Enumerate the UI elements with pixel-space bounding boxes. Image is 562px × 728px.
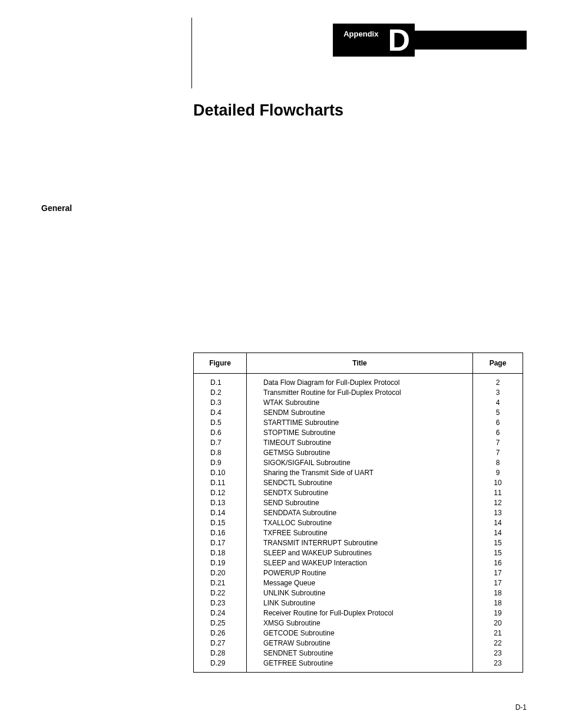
cell-page: 22 xyxy=(473,638,523,648)
cell-figure: D.6 xyxy=(194,428,247,438)
cell-figure: D.1 xyxy=(194,374,247,388)
cell-figure: D.29 xyxy=(194,658,247,673)
cell-title: Message Queue xyxy=(247,578,473,588)
cell-figure: D.18 xyxy=(194,548,247,558)
page-title: Detailed Flowcharts xyxy=(193,101,343,120)
cell-title: GETCODE Subroutine xyxy=(247,628,473,638)
cell-page: 23 xyxy=(473,648,523,658)
cell-figure: D.19 xyxy=(194,558,247,568)
table-row: D.22UNLINK Subroutine18 xyxy=(194,588,523,598)
cell-title: SENDTX Subroutine xyxy=(247,488,473,498)
table-row: D.8GETMSG Subroutine7 xyxy=(194,448,523,458)
table-row: D.12SENDTX Subroutine11 xyxy=(194,488,523,498)
cell-title: SEND Subroutine xyxy=(247,498,473,508)
cell-figure: D.9 xyxy=(194,458,247,468)
cell-figure: D.4 xyxy=(194,408,247,418)
cell-page: 12 xyxy=(473,498,523,508)
table-row: D.10Sharing the Transmit Side of UART9 xyxy=(194,468,523,478)
table-row: D.27GETRAW Subroutine22 xyxy=(194,638,523,648)
cell-page: 15 xyxy=(473,538,523,548)
cell-figure: D.8 xyxy=(194,448,247,458)
cell-title: TXALLOC Subroutine xyxy=(247,518,473,528)
cell-page: 14 xyxy=(473,518,523,528)
table-row: D.3WTAK Subroutine4 xyxy=(194,398,523,408)
cell-page: 6 xyxy=(473,428,523,438)
cell-page: 5 xyxy=(473,408,523,418)
table-row: D.20POWERUP Routine17 xyxy=(194,568,523,578)
cell-page: 17 xyxy=(473,568,523,578)
header-title: Title xyxy=(247,353,473,374)
cell-title: TRANSMIT INTERRUPT Subroutine xyxy=(247,538,473,548)
table-row: D.29GETFREE Subroutine23 xyxy=(194,658,523,673)
cell-page: 4 xyxy=(473,398,523,408)
table-row: D.6STOPTIME Subroutine6 xyxy=(194,428,523,438)
appendix-banner-tail xyxy=(415,31,527,50)
cell-figure: D.2 xyxy=(194,388,247,398)
table-row: D.2Transmitter Routine for Full-Duplex P… xyxy=(194,388,523,398)
table-row: D.28SENDNET Subroutine23 xyxy=(194,648,523,658)
cell-figure: D.23 xyxy=(194,598,247,608)
table-row: D.19SLEEP and WAKEUP Interaction16 xyxy=(194,558,523,568)
cell-page: 18 xyxy=(473,588,523,598)
cell-figure: D.13 xyxy=(194,498,247,508)
table-row: D.5STARTTIME Subroutine6 xyxy=(194,418,523,428)
table-row: D.1Data Flow Diagram for Full-Duplex Pro… xyxy=(194,374,523,388)
table-row: D.13SEND Subroutine12 xyxy=(194,498,523,508)
cell-figure: D.3 xyxy=(194,398,247,408)
cell-title: Transmitter Routine for Full-Duplex Prot… xyxy=(247,388,473,398)
cell-page: 11 xyxy=(473,488,523,498)
cell-page: 9 xyxy=(473,468,523,478)
table-row: D.26GETCODE Subroutine21 xyxy=(194,628,523,638)
cell-page: 21 xyxy=(473,628,523,638)
cell-title: STOPTIME Subroutine xyxy=(247,428,473,438)
cell-figure: D.11 xyxy=(194,478,247,488)
cell-page: 3 xyxy=(473,388,523,398)
header-figure: Figure xyxy=(194,353,247,374)
cell-page: 2 xyxy=(473,374,523,388)
cell-title: SENDM Subroutine xyxy=(247,408,473,418)
cell-page: 14 xyxy=(473,528,523,538)
cell-page: 19 xyxy=(473,608,523,618)
cell-figure: D.24 xyxy=(194,608,247,618)
cell-title: SENDCTL Subroutine xyxy=(247,478,473,488)
table-row: D.17TRANSMIT INTERRUPT Subroutine15 xyxy=(194,538,523,548)
header-rule xyxy=(191,18,192,88)
appendix-banner: Appendix D xyxy=(333,24,527,57)
cell-title: TXFREE Subroutine xyxy=(247,528,473,538)
table-row: D.15TXALLOC Subroutine14 xyxy=(194,518,523,528)
cell-page: 20 xyxy=(473,618,523,628)
document-page: Appendix D Detailed Flowcharts General F… xyxy=(0,0,562,728)
cell-figure: D.27 xyxy=(194,638,247,648)
cell-figure: D.10 xyxy=(194,468,247,478)
cell-title: LINK Subroutine xyxy=(247,598,473,608)
cell-page: 8 xyxy=(473,458,523,468)
appendix-letter: D xyxy=(386,24,415,57)
cell-title: XMSG Subroutine xyxy=(247,618,473,628)
table-row: D.24Receiver Routine for Full-Duplex Pro… xyxy=(194,608,523,618)
cell-page: 6 xyxy=(473,418,523,428)
cell-figure: D.5 xyxy=(194,418,247,428)
cell-title: GETFREE Subroutine xyxy=(247,658,473,673)
table-row: D.25XMSG Subroutine20 xyxy=(194,618,523,628)
cell-page: 17 xyxy=(473,578,523,588)
table-row: D.21Message Queue17 xyxy=(194,578,523,588)
appendix-label: Appendix xyxy=(333,24,386,57)
table-row: D.4SENDM Subroutine5 xyxy=(194,408,523,418)
cell-title: SENDDATA Subroutine xyxy=(247,508,473,518)
cell-title: WTAK Subroutine xyxy=(247,398,473,408)
header-page: Page xyxy=(473,353,523,374)
cell-title: SENDNET Subroutine xyxy=(247,648,473,658)
cell-page: 7 xyxy=(473,448,523,458)
cell-figure: D.22 xyxy=(194,588,247,598)
cell-page: 18 xyxy=(473,598,523,608)
table-row: D.18SLEEP and WAKEUP Subroutines15 xyxy=(194,548,523,558)
table-row: D.16TXFREE Subroutine14 xyxy=(194,528,523,538)
cell-title: STARTTIME Subroutine xyxy=(247,418,473,428)
cell-page: 7 xyxy=(473,438,523,448)
cell-figure: D.14 xyxy=(194,508,247,518)
cell-figure: D.15 xyxy=(194,518,247,528)
cell-figure: D.28 xyxy=(194,648,247,658)
cell-title: GETRAW Subroutine xyxy=(247,638,473,648)
cell-figure: D.12 xyxy=(194,488,247,498)
table-header-row: Figure Title Page xyxy=(194,353,523,374)
